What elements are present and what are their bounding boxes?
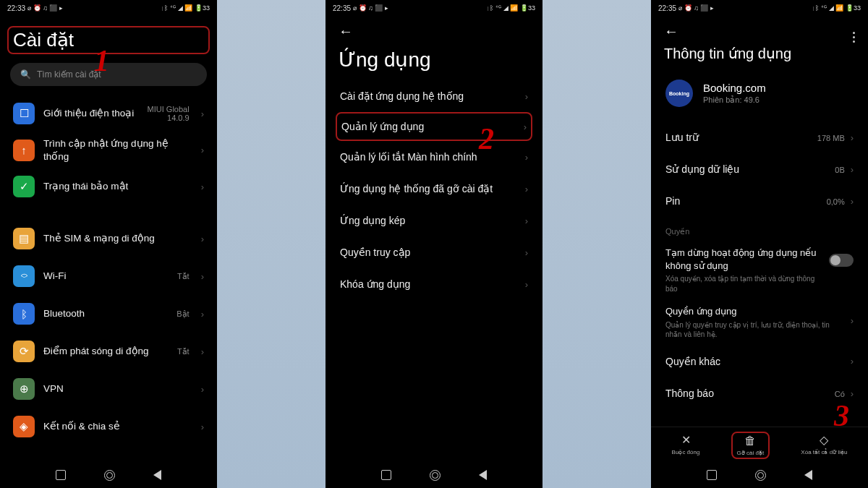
page-title: Cài đặt xyxy=(13,29,74,51)
action-uninstall[interactable]: 🗑 Gỡ cài đặt xyxy=(731,432,770,459)
back-button[interactable] xyxy=(153,470,161,480)
row-title: Quyền ứng dụng xyxy=(665,305,845,318)
item-label: Điểm phát sóng di động xyxy=(43,345,169,358)
row-app-permissions[interactable]: Quyền ứng dụng Quản lý quyền truy cập vị… xyxy=(661,299,858,346)
home-button[interactable] xyxy=(755,470,766,481)
chevron-right-icon: › xyxy=(851,164,854,175)
item-label: Quản lý ứng dụng xyxy=(341,121,424,132)
app-version: Phiên bản: 49.6 xyxy=(703,95,766,105)
overflow-menu-icon[interactable] xyxy=(853,32,855,43)
item-sub: MIUI Global 14.0.9 xyxy=(148,105,190,122)
hotspot-icon: ⟳ xyxy=(13,341,35,362)
phone-app-info: 22:35⌀ ⏰ ♫ ⬛ ▸ ⋮ᛒ ⁴ᴳ ◢ 📶 🔋33 ← Thông tin… xyxy=(651,0,868,488)
vpn-icon: ⊕ xyxy=(13,378,35,400)
chevron-right-icon: › xyxy=(201,181,204,192)
item-label: Quyền truy cập xyxy=(340,247,410,258)
item-label: Quản lý lối tắt Màn hình chính xyxy=(340,151,477,163)
chevron-right-icon: › xyxy=(201,108,204,119)
shield-icon: ✓ xyxy=(13,176,35,197)
item-system-app-settings[interactable]: Cài đặt ứng dụng hệ thống › xyxy=(336,80,532,112)
status-icons-right: ⋮ᛒ ⁴ᴳ ◢ 📶 🔋33 xyxy=(161,4,210,12)
item-label: Bluetooth xyxy=(43,307,168,320)
chevron-right-icon: › xyxy=(201,309,204,320)
item-label: Ứng dụng kép xyxy=(340,215,405,226)
app-header: Booking Booking.com Phiên bản: 49.6 xyxy=(661,67,858,121)
action-label: Xóa tất cả dữ liệu xyxy=(801,449,847,455)
row-storage[interactable]: Lưu trữ 178 MB › xyxy=(661,121,858,153)
chevron-right-icon: › xyxy=(851,356,854,367)
chevron-right-icon: › xyxy=(851,196,854,207)
status-icons-right: ⋮ᛒ ⁴ᴳ ◢ 📶 🔋33 xyxy=(812,4,861,12)
annotation-1: 1 xyxy=(94,43,109,78)
row-other-permissions[interactable]: Quyền khác › xyxy=(661,346,858,377)
item-label: Kết nối & chia sẻ xyxy=(43,420,192,433)
row-desc: Quản lý quyền truy cập vị trí, lưu trữ, … xyxy=(665,320,845,340)
item-label: Giới thiệu điện thoại xyxy=(43,107,139,120)
action-label: Buộc đóng xyxy=(672,449,700,455)
row-data-usage[interactable]: Sử dụng dữ liệu 0B › xyxy=(661,153,858,185)
toggle-switch[interactable] xyxy=(829,254,854,267)
item-system-updater[interactable]: ↑ Trình cập nhật ứng dụng hệ thống › xyxy=(10,131,207,169)
chevron-right-icon: › xyxy=(525,247,528,258)
app-name: Booking.com xyxy=(703,82,766,94)
back-button[interactable] xyxy=(479,470,487,480)
phone-apps: 22:35⌀ ⏰ ♫ ⬛ ▸ ⋮ᛒ ⁴ᴳ ◢ 📶 🔋33 ← Ứng dụng … xyxy=(326,0,542,488)
row-value: Có xyxy=(835,390,845,398)
row-label: Quyền khác xyxy=(665,356,720,367)
item-label: Trình cập nhật ứng dụng hệ thống xyxy=(43,137,192,163)
item-uninstalled-system[interactable]: Ứng dụng hệ thống đã gỡ cài đặt › xyxy=(336,173,532,205)
chevron-right-icon: › xyxy=(201,421,204,432)
system-nav-bar xyxy=(651,462,868,488)
chevron-right-icon: › xyxy=(525,91,528,102)
row-notifications[interactable]: Thông báo Có › xyxy=(661,377,858,409)
back-arrow-icon[interactable]: ← xyxy=(664,23,678,40)
chevron-right-icon: › xyxy=(525,184,528,194)
row-label: Sử dụng dữ liệu xyxy=(665,163,739,175)
item-sim[interactable]: ▤ Thẻ SIM & mạng di động › xyxy=(10,220,207,257)
item-connect-share[interactable]: ◈ Kết nối & chia sẻ › xyxy=(10,408,207,445)
recents-button[interactable] xyxy=(381,470,391,480)
item-manage-apps[interactable]: Quản lý ứng dụng › xyxy=(336,112,532,141)
annotation-3: 3 xyxy=(834,398,849,433)
item-vpn[interactable]: ⊕ VPN › xyxy=(10,370,207,408)
recents-button[interactable] xyxy=(56,470,66,480)
item-about-phone[interactable]: ☐ Giới thiệu điện thoại MIUI Global 14.0… xyxy=(10,96,207,131)
sim-icon: ▤ xyxy=(13,228,35,249)
chevron-right-icon: › xyxy=(851,388,854,399)
item-wifi[interactable]: ⌔ Wi-Fi Tắt › xyxy=(10,257,207,295)
recents-button[interactable] xyxy=(707,470,717,480)
row-battery[interactable]: Pin 0,0% › xyxy=(661,185,858,217)
action-force-stop[interactable]: ✕ Buộc đóng xyxy=(668,432,705,459)
row-pause-activity[interactable]: Tạm dừng hoạt động ứng dụng nếu không sử… xyxy=(661,241,858,299)
item-label: Trạng thái bảo mật xyxy=(43,180,192,193)
settings-list: ☐ Giới thiệu điện thoại MIUI Global 14.0… xyxy=(0,96,217,462)
back-button[interactable] xyxy=(804,470,812,480)
status-icons-left: ⌀ ⏰ ♫ ⬛ ▸ xyxy=(353,4,388,12)
action-clear-data[interactable]: ◇ Xóa tất cả dữ liệu xyxy=(796,432,851,459)
search-placeholder: Tìm kiếm cài đặt xyxy=(37,69,101,80)
home-button[interactable] xyxy=(104,470,115,481)
erase-icon: ◇ xyxy=(820,433,828,447)
page-title: Thông tin ứng dụng xyxy=(651,43,868,67)
toggle-desc: Xóa quyền, xóa tập tin tạm thời và dừng … xyxy=(665,274,823,294)
home-button[interactable] xyxy=(430,470,441,481)
item-dual-apps[interactable]: Ứng dụng kép › xyxy=(336,205,532,236)
back-arrow-icon[interactable]: ← xyxy=(339,23,353,40)
status-time: 22:33 xyxy=(7,4,25,12)
item-label: VPN xyxy=(43,382,192,395)
status-bar: 22:33⌀ ⏰ ♫ ⬛ ▸ ⋮ᛒ ⁴ᴳ ◢ 📶 🔋33 xyxy=(0,0,217,16)
header: ← xyxy=(651,16,868,43)
chevron-right-icon: › xyxy=(201,271,204,282)
chevron-right-icon: › xyxy=(851,132,854,143)
item-security[interactable]: ✓ Trạng thái bảo mật › xyxy=(10,169,207,204)
item-label: Thẻ SIM & mạng di động xyxy=(43,232,192,245)
item-sub: Tắt xyxy=(177,347,190,356)
section-permissions: Quyền xyxy=(661,217,858,241)
item-app-lock[interactable]: Khóa ứng dụng › xyxy=(336,268,532,300)
phone-settings: 22:33⌀ ⏰ ♫ ⬛ ▸ ⋮ᛒ ⁴ᴳ ◢ 📶 🔋33 Cài đặt 1 🔍… xyxy=(0,0,217,488)
item-bluetooth[interactable]: ᛒ Bluetooth Bật › xyxy=(10,295,207,333)
app-icon: Booking xyxy=(665,80,693,107)
item-home-shortcuts[interactable]: Quản lý lối tắt Màn hình chính › xyxy=(336,141,532,173)
item-permissions[interactable]: Quyền truy cập › xyxy=(336,236,532,268)
item-hotspot[interactable]: ⟳ Điểm phát sóng di động Tắt › xyxy=(10,333,207,370)
